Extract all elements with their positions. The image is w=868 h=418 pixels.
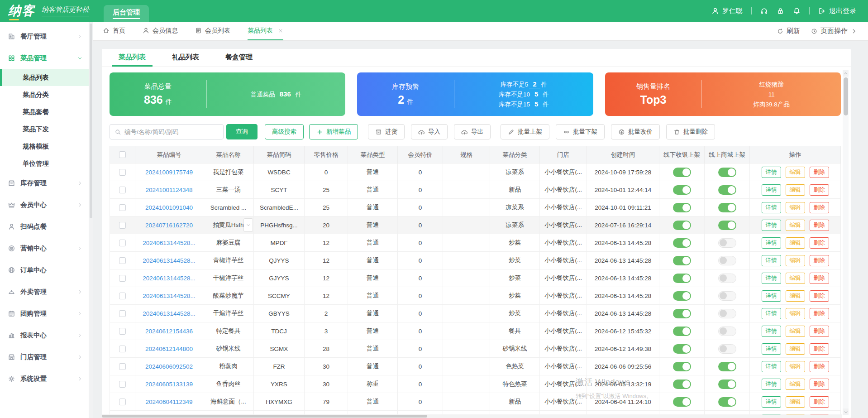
vertical-scrollbar-thumb[interactable] xyxy=(844,77,848,115)
delete-button[interactable]: 删除 xyxy=(810,273,829,284)
page-operations-button[interactable]: 页面操作 xyxy=(811,27,857,35)
tab-home[interactable]: 首页 xyxy=(103,22,125,40)
online-shelf-toggle[interactable] xyxy=(718,291,736,301)
batch-price-button[interactable]: 批量改价 xyxy=(611,124,660,139)
sidebar-subitem[interactable]: 单位管理 xyxy=(0,155,89,172)
admin-nav-tab[interactable]: 后台管理 xyxy=(104,5,149,22)
sidebar-item-report[interactable]: 报表中心 xyxy=(0,324,89,346)
detail-button[interactable]: 详情 xyxy=(762,326,781,337)
offline-shelf-toggle[interactable] xyxy=(673,344,691,354)
detail-button[interactable]: 详情 xyxy=(762,290,781,302)
row-checkbox[interactable] xyxy=(119,381,126,388)
edit-button[interactable]: 编辑 xyxy=(786,255,805,266)
sidebar-subitem[interactable]: 规格模板 xyxy=(0,138,89,155)
edit-button[interactable]: 编辑 xyxy=(786,343,805,355)
row-checkbox[interactable] xyxy=(119,328,126,335)
offline-shelf-toggle[interactable] xyxy=(673,309,691,318)
offline-shelf-toggle[interactable] xyxy=(673,256,691,265)
edit-button[interactable]: 编辑 xyxy=(786,237,805,249)
online-shelf-toggle[interactable] xyxy=(718,380,736,389)
horizontal-scrollbar[interactable] xyxy=(102,414,842,418)
logout-button[interactable]: 退出登录 xyxy=(818,7,856,15)
edit-button[interactable]: 编辑 xyxy=(786,308,805,319)
sidebar-item-inventory[interactable]: 库存管理 xyxy=(0,172,89,194)
dish-id-link[interactable]: 20240613144528... xyxy=(143,293,195,299)
row-checkbox[interactable] xyxy=(119,257,126,264)
sidebar-item-restaurant[interactable]: 餐厅管理 xyxy=(0,25,89,47)
delete-button[interactable]: 删除 xyxy=(810,396,829,408)
subtab-dish-list[interactable]: 菜品列表 xyxy=(112,49,153,67)
detail-button[interactable]: 详情 xyxy=(762,220,781,231)
sidebar-item-member-center[interactable]: 会员中心 xyxy=(0,194,89,216)
advanced-search-button[interactable]: 高级搜索 xyxy=(265,124,304,139)
sidebar-item-marketing[interactable]: 营销中心 xyxy=(0,237,89,259)
sidebar-item-order-center[interactable]: 订单中心 xyxy=(0,259,89,281)
tab-dish-list[interactable]: 菜品列表 xyxy=(248,22,283,40)
tab-member-list[interactable]: 会员列表 xyxy=(195,22,230,40)
detail-button[interactable]: 详情 xyxy=(762,308,781,319)
dish-id-link[interactable]: 20240606092502 xyxy=(145,363,193,370)
online-shelf-toggle[interactable] xyxy=(718,274,736,283)
dish-id-link[interactable]: 20240612144800 xyxy=(145,346,193,352)
delete-button[interactable]: 删除 xyxy=(810,379,829,390)
sidebar-item-store-mgmt[interactable]: 门店管理 xyxy=(0,346,89,368)
detail-button[interactable]: 详情 xyxy=(762,396,781,408)
edit-button[interactable]: 编辑 xyxy=(786,326,805,337)
select-all-checkbox[interactable] xyxy=(119,151,126,158)
import-button[interactable]: 导入 xyxy=(411,124,448,139)
offline-shelf-toggle[interactable] xyxy=(673,185,691,195)
offline-shelf-toggle[interactable] xyxy=(673,238,691,248)
offline-shelf-toggle[interactable] xyxy=(673,397,691,407)
delete-button[interactable]: 删除 xyxy=(810,290,829,302)
sidebar-item-groupbuy[interactable]: 团购管理 xyxy=(0,303,89,324)
scroll-up-arrow[interactable] xyxy=(843,70,849,77)
detail-button[interactable]: 详情 xyxy=(762,184,781,196)
edit-button[interactable]: 编辑 xyxy=(786,396,805,408)
online-shelf-toggle[interactable] xyxy=(718,309,736,318)
sidebar-subitem[interactable]: 菜品套餐 xyxy=(0,103,89,120)
user-menu[interactable]: 罗仁聪 xyxy=(711,7,743,15)
refresh-button[interactable]: 刷新 xyxy=(777,27,800,35)
sidebar-scrollbar[interactable] xyxy=(89,22,93,418)
dish-id-link[interactable]: 20240604112349 xyxy=(145,399,192,405)
row-checkbox[interactable] xyxy=(119,346,126,352)
dish-id-link[interactable]: 20240613144528... xyxy=(143,257,195,264)
row-checkbox[interactable] xyxy=(119,240,126,246)
detail-button[interactable]: 详情 xyxy=(762,255,781,266)
dish-id-link[interactable]: 20241001124348 xyxy=(145,187,192,193)
delete-button[interactable]: 删除 xyxy=(810,202,829,213)
sidebar-item-system[interactable]: 系统设置 xyxy=(0,368,89,389)
offline-shelf-toggle[interactable] xyxy=(673,362,691,371)
dish-id-link[interactable]: 20240613144528... xyxy=(143,240,195,246)
sidebar-subitem[interactable]: 菜品下发 xyxy=(0,120,89,138)
query-button[interactable]: 查询 xyxy=(226,124,258,139)
offline-shelf-toggle[interactable] xyxy=(673,291,691,301)
add-dish-button[interactable]: 新增菜品 xyxy=(309,124,358,139)
sidebar-item-scan-order[interactable]: 扫码点餐 xyxy=(0,216,89,237)
row-checkbox[interactable] xyxy=(119,275,126,282)
offline-shelf-toggle[interactable] xyxy=(673,203,691,212)
offline-shelf-toggle[interactable] xyxy=(673,274,691,283)
online-shelf-toggle[interactable] xyxy=(718,327,736,336)
lock-button[interactable] xyxy=(777,7,784,15)
online-shelf-toggle[interactable] xyxy=(718,256,736,265)
support-button[interactable] xyxy=(760,7,768,15)
row-checkbox[interactable] xyxy=(119,399,126,405)
online-shelf-toggle[interactable] xyxy=(718,221,736,230)
online-shelf-toggle[interactable] xyxy=(718,397,736,407)
dish-id-link[interactable]: 20240613144528... xyxy=(143,310,195,317)
online-shelf-toggle[interactable] xyxy=(718,168,736,177)
delete-button[interactable]: 删除 xyxy=(810,255,829,266)
delete-button[interactable]: 删除 xyxy=(810,326,829,337)
sidebar-item-dishes[interactable]: 菜品管理 xyxy=(0,47,89,69)
offline-shelf-toggle[interactable] xyxy=(673,221,691,230)
online-shelf-toggle[interactable] xyxy=(718,344,736,354)
dish-id-link[interactable]: 20240716162720 xyxy=(145,222,193,229)
delete-button[interactable]: 删除 xyxy=(810,343,829,355)
detail-button[interactable]: 详情 xyxy=(762,167,781,178)
dish-id-link[interactable]: 20240612154436 xyxy=(145,328,193,335)
edit-button[interactable]: 编辑 xyxy=(786,379,805,390)
row-checkbox[interactable] xyxy=(119,293,126,299)
sidebar-scrollbar-thumb[interactable] xyxy=(90,24,92,218)
row-checkbox[interactable] xyxy=(119,363,126,370)
